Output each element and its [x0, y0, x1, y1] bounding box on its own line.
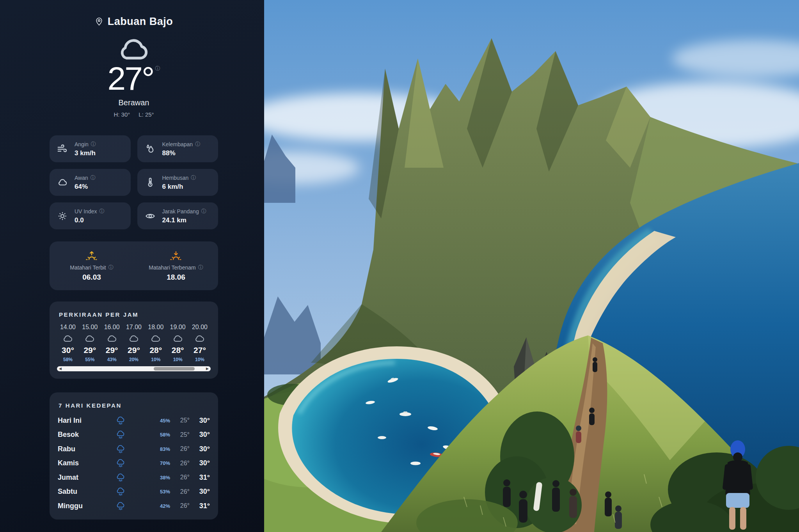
hourly-item: 17.00 29° 20%: [123, 324, 144, 362]
cloud-icon: [84, 334, 96, 344]
hourly-title: PERKIRAAN PER JAM: [59, 311, 211, 318]
cloud-icon: [106, 334, 118, 344]
humidity-icon: [144, 143, 157, 155]
current-temperature-block: 27°ⓘ: [50, 62, 218, 95]
stat-card-humidity: Kelembapan ⓘ 88%: [137, 135, 218, 162]
scrollbar-thumb[interactable]: [154, 367, 194, 371]
hourly-list: 14.00 30° 58% 15.00 29° 55% 16.00: [56, 324, 211, 362]
day-name: Jumat: [58, 473, 115, 482]
stat-card-gust: Hembusan ⓘ 6 km/h: [137, 169, 218, 196]
scroll-right-arrow[interactable]: ▶: [206, 366, 209, 371]
sunrise-label: Matahari Terbit: [70, 264, 106, 271]
hiker: [615, 505, 622, 529]
day-precip: 45%: [149, 418, 170, 424]
info-icon[interactable]: ⓘ: [91, 141, 96, 148]
low-temperature: L: 25°: [138, 111, 154, 118]
uv-sun-icon: [57, 210, 69, 222]
info-icon[interactable]: ⓘ: [198, 264, 203, 271]
hour-temp: 27°: [189, 346, 210, 355]
wind-icon: [57, 143, 69, 155]
day-row[interactable]: Hari Ini 45% 25° 30°: [58, 413, 210, 428]
day-precip: 83%: [149, 446, 170, 452]
day-row[interactable]: Minggu 42% 26° 31°: [58, 499, 210, 513]
hourly-item: 14.00 30° 58%: [57, 324, 78, 362]
hiker: [589, 408, 595, 425]
stat-card-visibility: Jarak Pandang ⓘ 24.1 km: [137, 202, 218, 229]
sunset-label: Matahari Terbenam: [149, 264, 195, 271]
info-icon[interactable]: ⓘ: [191, 174, 196, 181]
day-high-temp: 30°: [190, 417, 210, 425]
day-high-temp: 30°: [190, 445, 210, 453]
info-icon[interactable]: ⓘ: [108, 264, 114, 271]
day-row[interactable]: Jumat 38% 26° 31°: [58, 470, 210, 485]
padar-island-illustration: [264, 0, 799, 532]
day-high-temp: 31°: [190, 473, 210, 482]
day-row[interactable]: Rabu 83% 26° 30°: [58, 442, 210, 456]
hour-time: 19.00: [167, 324, 188, 331]
hour-time: 18.00: [145, 324, 166, 331]
info-icon[interactable]: ⓘ: [201, 208, 206, 215]
day-low-temp: 25°: [170, 417, 190, 424]
hiker: [569, 489, 577, 518]
sunset-icon: [169, 250, 183, 262]
day-row[interactable]: Sabtu 53% 26° 30°: [58, 485, 210, 499]
info-icon[interactable]: ⓘ: [195, 141, 200, 148]
hour-temp: 29°: [101, 346, 123, 355]
scroll-left-arrow[interactable]: ◀: [59, 366, 62, 371]
temperature-info-icon[interactable]: ⓘ: [155, 66, 160, 71]
thermometer-icon: [144, 176, 157, 189]
hour-precip: 10%: [145, 357, 166, 362]
hiker: [503, 479, 511, 507]
stat-label: UV Index: [75, 208, 97, 215]
day-precip: 58%: [149, 432, 170, 438]
hour-precip: 20%: [123, 357, 144, 362]
stat-label: Awan: [75, 175, 88, 181]
rain-icon: [115, 444, 129, 454]
hour-precip: 58%: [57, 357, 78, 362]
cloud-icon: [194, 334, 206, 344]
stat-value: 88%: [162, 149, 201, 157]
stat-value: 3 km/h: [75, 149, 96, 157]
cloud-icon: [62, 334, 74, 344]
hour-time: 15.00: [79, 324, 100, 331]
info-icon[interactable]: ⓘ: [91, 174, 96, 181]
hourly-scrollbar[interactable]: ◀ ▶: [57, 366, 211, 371]
day-name: Besok: [58, 431, 115, 439]
hiker: [519, 491, 527, 523]
day-high-temp: 30°: [190, 431, 210, 439]
hiker: [593, 357, 597, 372]
day-precip: 42%: [149, 503, 170, 509]
daily-forecast-card: 7 HARI KEDEPAN Hari Ini 45% 25° 30° Beso…: [50, 392, 218, 520]
hour-precip: 55%: [79, 357, 100, 362]
day-row[interactable]: Besok 58% 25° 30°: [58, 428, 210, 442]
daily-title: 7 HARI KEDEPAN: [59, 402, 210, 409]
stat-card-uv: UV Index ⓘ 0.0: [50, 202, 131, 229]
day-high-temp: 30°: [190, 488, 210, 496]
day-name: Minggu: [58, 502, 115, 510]
hour-temp: 28°: [145, 346, 166, 355]
high-temperature: H: 30°: [114, 111, 130, 118]
rain-icon: [115, 473, 129, 482]
daily-list: Hari Ini 45% 25° 30° Besok 58% 25° 30°: [58, 413, 210, 513]
stat-value: 6 km/h: [162, 183, 196, 191]
day-name: Sabtu: [58, 488, 115, 496]
day-row[interactable]: Kamis 70% 26° 30°: [58, 456, 210, 471]
day-precip: 38%: [149, 475, 170, 481]
sunset-block: Matahari Terbenam ⓘ 18.06: [134, 250, 218, 282]
rain-icon: [115, 501, 129, 511]
day-low-temp: 26°: [170, 474, 190, 481]
hourly-item: 15.00 29° 55%: [79, 324, 100, 362]
hour-precip: 43%: [101, 357, 123, 362]
location-selector[interactable]: Labuan Bajo: [50, 0, 218, 28]
hour-time: 17.00: [123, 324, 144, 331]
day-low-temp: 25°: [170, 431, 190, 438]
day-precip: 70%: [149, 460, 170, 466]
rain-icon: [115, 416, 129, 426]
stat-label: Hembusan: [162, 175, 189, 181]
hour-temp: 29°: [79, 346, 100, 355]
hourly-item: 19.00 28° 10%: [167, 324, 188, 362]
sunrise-time: 06.03: [82, 273, 101, 282]
cloud-icon: [150, 334, 162, 344]
info-icon[interactable]: ⓘ: [99, 208, 105, 215]
rain-icon: [115, 487, 129, 497]
